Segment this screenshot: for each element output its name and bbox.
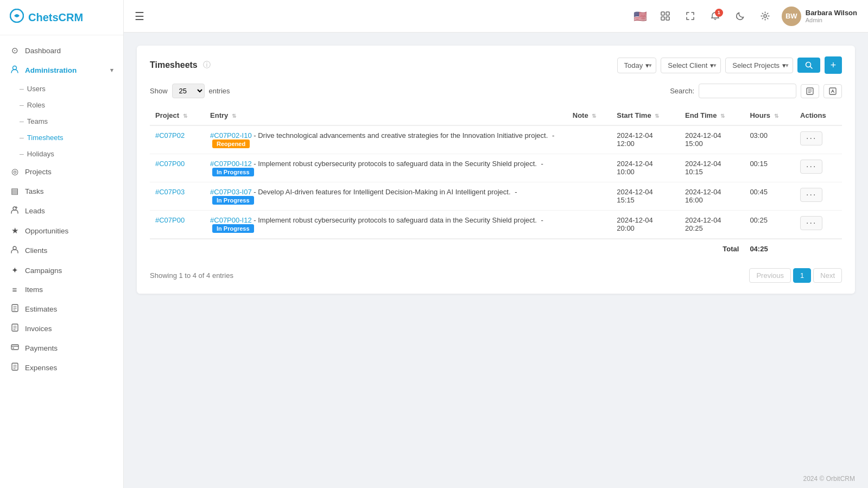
cell-start-time-3: 2024-12-0420:00 xyxy=(611,211,680,239)
project-link-0[interactable]: #C07P02 xyxy=(155,131,185,140)
logo[interactable]: ChetsCRM xyxy=(0,0,123,35)
sidebar-item-timesheets[interactable]: Timesheets xyxy=(20,129,123,145)
payments-icon xyxy=(10,343,20,353)
cell-note-2 xyxy=(567,182,612,211)
sidebar-item-teams[interactable]: Teams xyxy=(20,113,123,129)
info-icon[interactable]: ⓘ xyxy=(203,60,211,70)
search-btn[interactable] xyxy=(797,58,820,73)
search-input[interactable] xyxy=(699,84,796,98)
sidebar-item-opportunities-label: Opportunities xyxy=(25,227,68,235)
fullscreen-icon[interactable] xyxy=(682,8,699,25)
footer-text: 2024 © OrbitCRM xyxy=(803,475,855,483)
total-empty-4 xyxy=(611,239,680,258)
svg-point-3 xyxy=(13,246,16,250)
badge-3: In Progress xyxy=(212,224,254,233)
page-1-btn[interactable]: 1 xyxy=(793,268,811,283)
total-label: Total xyxy=(680,239,744,258)
col-hours[interactable]: Hours ⇅ xyxy=(744,106,795,125)
pagination-area: Showing 1 to 4 of 4 entries Previous 1 N… xyxy=(150,268,842,283)
sidebar-item-users[interactable]: Users xyxy=(20,80,123,97)
entry-link-1[interactable]: #C07P00-I12 xyxy=(210,160,252,168)
badge-0: Reopened xyxy=(212,140,250,148)
sidebar-item-teams-label: Teams xyxy=(20,117,48,125)
next-btn[interactable]: Next xyxy=(813,268,842,283)
today-filter-btn[interactable]: Today ▾ xyxy=(617,58,657,73)
sidebar-item-estimates[interactable]: Estimates xyxy=(0,299,123,319)
export-btn-2[interactable] xyxy=(823,84,842,98)
project-link-1[interactable]: #C07P00 xyxy=(155,160,185,168)
select-client-btn[interactable]: Select Client ▾ xyxy=(661,58,721,73)
sidebar-item-roles[interactable]: Roles xyxy=(20,97,123,113)
sidebar-item-tasks[interactable]: ▤ Tasks xyxy=(0,181,123,201)
previous-btn[interactable]: Previous xyxy=(749,268,791,283)
col-project[interactable]: Project ⇅ xyxy=(150,106,205,125)
cell-end-time-3: 2024-12-0420:25 xyxy=(680,211,744,239)
sidebar-item-dashboard-label: Dashboard xyxy=(25,47,61,55)
menu-icon[interactable]: ☰ xyxy=(135,10,144,23)
sort-icon-project: ⇅ xyxy=(183,113,187,119)
sidebar-item-administration[interactable]: Administration ▾ xyxy=(0,60,123,80)
sidebar-item-expenses[interactable]: Expenses xyxy=(0,358,123,377)
actions-btn-1[interactable]: ··· xyxy=(800,160,822,174)
cell-start-time-1: 2024-12-0410:00 xyxy=(611,154,680,182)
col-end-time[interactable]: End Time ⇅ xyxy=(680,106,744,125)
sidebar-item-projects[interactable]: ◎ Projects xyxy=(0,162,123,181)
grid-icon[interactable] xyxy=(657,8,674,25)
project-link-3[interactable]: #C07P00 xyxy=(155,216,185,224)
sidebar-item-campaigns-label: Campaigns xyxy=(25,267,62,275)
sidebar-item-holidays[interactable]: Holidays xyxy=(20,145,123,162)
sidebar-item-invoices[interactable]: Invoices xyxy=(0,319,123,338)
table-header-row: Project ⇅ Entry ⇅ Note ⇅ Start Time ⇅ En… xyxy=(150,106,842,125)
col-entry[interactable]: Entry ⇅ xyxy=(205,106,567,125)
card-header-right: Today ▾ Select Client ▾ Select Projects xyxy=(617,56,842,74)
actions-btn-2[interactable]: ··· xyxy=(800,188,822,202)
select-projects-label: Select Projects xyxy=(732,61,780,69)
notification-icon[interactable]: 1 xyxy=(707,8,724,25)
cell-end-time-2: 2024-12-0416:00 xyxy=(680,182,744,211)
export-btn-1[interactable] xyxy=(801,84,819,98)
entries-select[interactable]: 25 10 50 100 xyxy=(172,84,205,98)
cell-start-time-2: 2024-12-0415:15 xyxy=(611,182,680,211)
sidebar-item-leads[interactable]: Leads xyxy=(0,201,123,221)
entry-dash-2: - Develop AI-driven features for Intelli… xyxy=(254,188,510,196)
main-wrapper: ☰ 🇺🇸 1 BW Barbara Wilson Admin xyxy=(124,0,868,488)
cell-start-time-0: 2024-12-0412:00 xyxy=(611,125,680,154)
settings-icon[interactable] xyxy=(757,8,774,25)
total-empty-2 xyxy=(205,239,567,258)
col-note[interactable]: Note ⇅ xyxy=(567,106,612,125)
sidebar-item-payments[interactable]: Payments xyxy=(0,338,123,358)
sort-icon-entry: ⇅ xyxy=(232,113,236,119)
svg-rect-12 xyxy=(666,17,669,20)
sidebar-item-items[interactable]: ≡ Items xyxy=(0,280,123,299)
select-projects-chevron: ▾ xyxy=(782,61,786,69)
entry-link-3[interactable]: #C07P00-I12 xyxy=(210,216,252,224)
col-start-time[interactable]: Start Time ⇅ xyxy=(611,106,680,125)
sidebar-item-opportunities[interactable]: ★ Opportunities xyxy=(0,221,123,240)
cell-entry-1: #C07P00-I12 - Implement robust cybersecu… xyxy=(205,154,567,182)
entry-link-0[interactable]: #C07P02-I10 xyxy=(210,131,252,140)
flag-icon[interactable]: 🇺🇸 xyxy=(632,8,649,25)
cell-end-time-0: 2024-12-0415:00 xyxy=(680,125,744,154)
sidebar-item-campaigns[interactable]: ✦ Campaigns xyxy=(0,261,123,280)
actions-btn-3[interactable]: ··· xyxy=(800,216,822,230)
actions-btn-0[interactable]: ··· xyxy=(800,131,822,145)
table-row: #C07P00 #C07P00-I12 - Implement robust c… xyxy=(150,154,842,182)
today-chevron: ▾ xyxy=(645,61,649,69)
sidebar-item-dashboard[interactable]: ⊙ Dashboard xyxy=(0,41,123,60)
cell-actions-1: ··· xyxy=(795,154,842,182)
entry-link-2[interactable]: #C07P03-I07 xyxy=(210,188,252,196)
select-projects-btn[interactable]: Select Projects ▾ xyxy=(725,58,793,73)
sidebar-sub-administration: Users Roles Teams Timesheets Holidays xyxy=(0,80,123,162)
svg-rect-6 xyxy=(11,345,18,350)
sidebar-item-tasks-label: Tasks xyxy=(25,187,44,195)
footer: 2024 © OrbitCRM xyxy=(124,470,868,488)
user-info[interactable]: BW Barbara Wilson Admin xyxy=(782,7,857,26)
dark-mode-icon[interactable] xyxy=(732,8,749,25)
sidebar-item-clients[interactable]: Clients xyxy=(0,240,123,261)
project-link-2[interactable]: #C07P03 xyxy=(155,188,185,196)
sort-icon-start: ⇅ xyxy=(655,113,659,119)
sidebar-item-payments-label: Payments xyxy=(25,344,58,352)
items-icon: ≡ xyxy=(10,285,20,294)
sidebar-item-leads-label: Leads xyxy=(25,207,45,215)
add-timesheet-btn[interactable]: + xyxy=(825,56,842,74)
